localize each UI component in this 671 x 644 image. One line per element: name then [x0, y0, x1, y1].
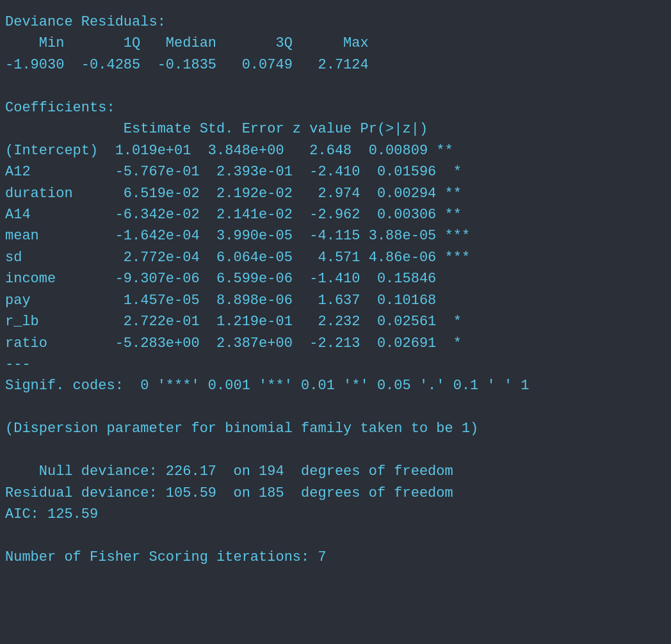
- console-output: Deviance Residuals: Min 1Q Median 3Q Max…: [5, 12, 666, 568]
